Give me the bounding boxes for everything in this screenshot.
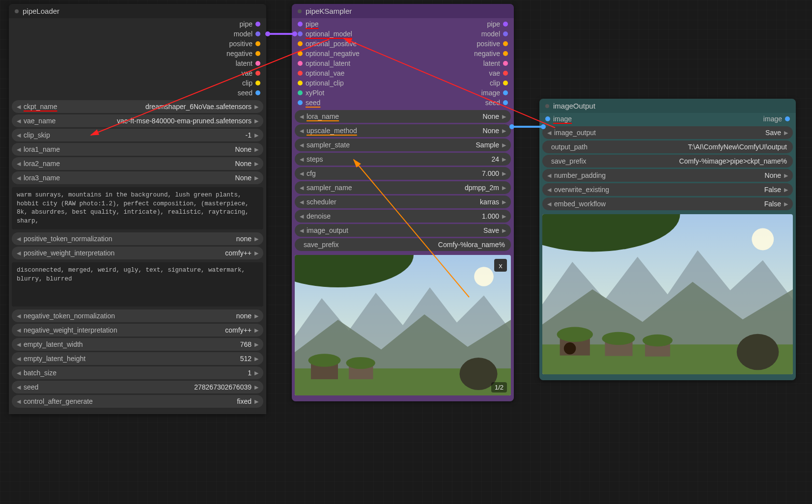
port-vae[interactable]: vae	[474, 69, 508, 77]
arrow-right-icon[interactable]: ▶	[253, 398, 259, 405]
widget-cfg[interactable]: ◀cfg7.000▶	[295, 167, 511, 180]
arrow-left-icon[interactable]: ◀	[299, 113, 305, 120]
arrow-left-icon[interactable]: ◀	[16, 356, 22, 362]
arrow-right-icon[interactable]: ▶	[783, 130, 789, 136]
arrow-left-icon[interactable]: ◀	[16, 161, 22, 167]
node-imageoutput[interactable]: imageOutput image image ◀image_outputSav…	[539, 99, 796, 380]
widget-ckpt_name[interactable]: ◀ckpt_namedreamshaper_6NoVae.safetensors…	[12, 100, 263, 113]
port-positive[interactable]: positive	[226, 40, 260, 48]
port-optional_model[interactable]: optional_model	[298, 30, 360, 38]
arrow-left-icon[interactable]: ◀	[16, 250, 22, 256]
port-image[interactable]: image	[763, 115, 790, 123]
arrow-right-icon[interactable]: ▶	[253, 370, 259, 376]
arrow-right-icon[interactable]: ▶	[253, 175, 259, 181]
arrow-left-icon[interactable]: ◀	[16, 146, 22, 153]
port-clip[interactable]: clip	[474, 79, 508, 87]
widget-output_path[interactable]: output_pathT:\AI\ComfyNew\ComfyUI\output	[542, 140, 793, 153]
arrow-right-icon[interactable]: ▶	[253, 104, 259, 110]
widget-lora_name[interactable]: ◀lora_nameNone▶	[295, 110, 511, 123]
arrow-right-icon[interactable]: ▶	[253, 384, 259, 391]
widget-lora2_name[interactable]: ◀lora2_nameNone▶	[12, 157, 263, 170]
widget-vae_name[interactable]: ◀vae_namevae-ft-mse-840000-ema-pruned.sa…	[12, 114, 263, 127]
widget-positive_weight_interpretation[interactable]: ◀positive_weight_interpretationcomfy++▶	[12, 247, 263, 259]
port-latent[interactable]: latent	[226, 59, 260, 67]
arrow-right-icon[interactable]: ▶	[501, 142, 507, 148]
arrow-right-icon[interactable]: ▶	[501, 199, 507, 205]
arrow-right-icon[interactable]: ▶	[501, 227, 507, 234]
node-pipeksampler[interactable]: pipeKSampler pipeoptional_modeloptional_…	[292, 4, 514, 401]
widget-overwrite_existing[interactable]: ◀overwrite_existingFalse▶	[542, 183, 793, 196]
arrow-left-icon[interactable]: ◀	[16, 384, 22, 391]
arrow-left-icon[interactable]: ◀	[16, 132, 22, 139]
port-seed[interactable]: seed	[474, 99, 508, 107]
arrow-right-icon[interactable]: ▶	[253, 250, 259, 256]
arrow-right-icon[interactable]: ▶	[253, 118, 259, 124]
arrow-left-icon[interactable]: ◀	[299, 213, 305, 220]
arrow-left-icon[interactable]: ◀	[299, 185, 305, 191]
widget-negative_token_normalization[interactable]: ◀negative_token_normalizationnone▶	[12, 309, 263, 322]
node-header[interactable]: pipeKSampler	[292, 4, 514, 18]
widget-embed_workflow[interactable]: ◀embed_workflowFalse▶	[542, 197, 793, 210]
port-optional_vae[interactable]: optional_vae	[298, 69, 360, 77]
arrow-left-icon[interactable]: ◀	[16, 398, 22, 405]
widget-control_after_generate[interactable]: ◀control_after_generatefixed▶	[12, 395, 263, 408]
arrow-left-icon[interactable]: ◀	[16, 236, 22, 242]
arrow-left-icon[interactable]: ◀	[299, 142, 305, 148]
collapse-dot-icon[interactable]	[15, 9, 19, 13]
widget-image_output[interactable]: ◀image_outputSave▶	[295, 224, 511, 237]
arrow-right-icon[interactable]: ▶	[501, 113, 507, 120]
widget-lora1_name[interactable]: ◀lora1_nameNone▶	[12, 143, 263, 156]
arrow-left-icon[interactable]: ◀	[16, 104, 22, 110]
arrow-left-icon[interactable]: ◀	[299, 199, 305, 205]
widget-upscale_method[interactable]: ◀upscale_methodNone▶	[295, 124, 511, 137]
port-optional_negative[interactable]: optional_negative	[298, 50, 360, 57]
widget-negative_weight_interpretation[interactable]: ◀negative_weight_interpretationcomfy++▶	[12, 324, 263, 336]
port-optional_clip[interactable]: optional_clip	[298, 79, 360, 87]
widget-empty_latent_height[interactable]: ◀empty_latent_height512▶	[12, 352, 263, 365]
port-vae[interactable]: vae	[226, 69, 260, 77]
arrow-left-icon[interactable]: ◀	[16, 313, 22, 319]
node-pipeloader[interactable]: pipeLoader pipemodelpositivenegativelate…	[9, 4, 266, 414]
arrow-left-icon[interactable]: ◀	[299, 170, 305, 177]
widget-save_prefix[interactable]: save_prefixComfy-%image>pipe>ckpt_name%	[542, 155, 793, 168]
arrow-right-icon[interactable]: ▶	[783, 201, 789, 207]
arrow-left-icon[interactable]: ◀	[16, 341, 22, 348]
widget-steps[interactable]: ◀steps24▶	[295, 153, 511, 166]
widget-sampler_name[interactable]: ◀sampler_namedpmpp_2m▶	[295, 181, 511, 194]
arrow-left-icon[interactable]: ◀	[546, 130, 552, 136]
port-image[interactable]: image	[545, 115, 572, 123]
widget-sampler_state[interactable]: ◀sampler_stateSample▶	[295, 139, 511, 151]
widget-clip_skip[interactable]: ◀clip_skip-1▶	[12, 129, 263, 141]
arrow-right-icon[interactable]: ▶	[253, 161, 259, 167]
arrow-right-icon[interactable]: ▶	[253, 236, 259, 242]
collapse-dot-icon[interactable]	[545, 104, 549, 108]
arrow-right-icon[interactable]: ▶	[783, 187, 789, 193]
arrow-right-icon[interactable]: ▶	[501, 128, 507, 134]
port-latent[interactable]: latent	[474, 59, 508, 67]
node-header[interactable]: pipeLoader	[9, 4, 266, 18]
arrow-right-icon[interactable]: ▶	[253, 132, 259, 139]
widget-lora3_name[interactable]: ◀lora3_nameNone▶	[12, 171, 263, 184]
port-negative[interactable]: negative	[226, 50, 260, 57]
port-optional_latent[interactable]: optional_latent	[298, 59, 360, 67]
arrow-right-icon[interactable]: ▶	[253, 327, 259, 334]
widget-number_padding[interactable]: ◀number_paddingNone▶	[542, 169, 793, 182]
port-negative[interactable]: negative	[474, 50, 508, 57]
widget-scheduler[interactable]: ◀schedulerkarras▶	[295, 196, 511, 208]
port-seed[interactable]: seed	[226, 89, 260, 97]
arrow-right-icon[interactable]: ▶	[501, 170, 507, 177]
node-header[interactable]: imageOutput	[539, 99, 796, 113]
arrow-right-icon[interactable]: ▶	[501, 213, 507, 220]
port-pipe[interactable]: pipe	[474, 20, 508, 28]
widget-denoise[interactable]: ◀denoise1.000▶	[295, 210, 511, 223]
collapse-dot-icon[interactable]	[298, 9, 302, 13]
arrow-left-icon[interactable]: ◀	[546, 201, 552, 207]
arrow-right-icon[interactable]: ▶	[253, 356, 259, 362]
arrow-right-icon[interactable]: ▶	[783, 172, 789, 179]
widget-empty_latent_width[interactable]: ◀empty_latent_width768▶	[12, 338, 263, 351]
preview-image[interactable]	[542, 214, 793, 374]
arrow-left-icon[interactable]: ◀	[299, 227, 305, 234]
port-clip[interactable]: clip	[226, 79, 260, 87]
port-pipe[interactable]: pipe	[226, 20, 260, 28]
widget-image_output[interactable]: ◀image_outputSave▶	[542, 126, 793, 139]
